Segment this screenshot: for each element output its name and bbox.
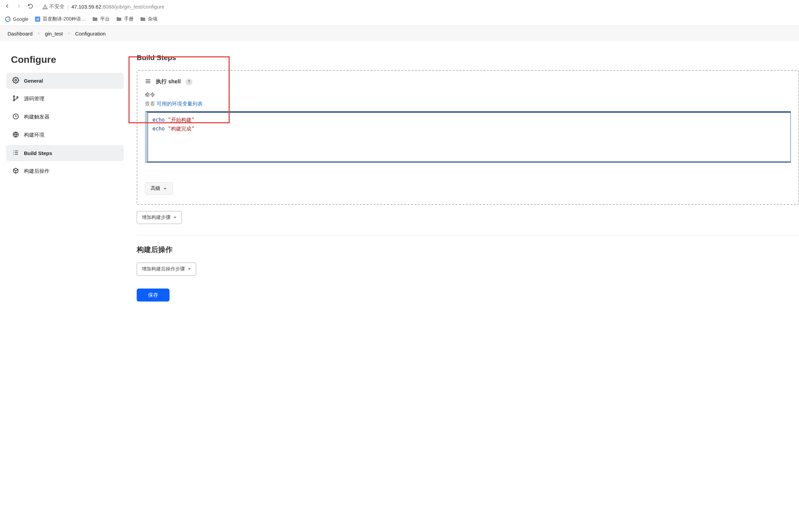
nav-forward-icon: [16, 3, 22, 10]
bookmark-label: 杂项: [148, 16, 158, 22]
page-title: Configure: [11, 54, 119, 65]
globe-icon: [12, 131, 19, 139]
insecure-warning-icon: 不安全: [42, 3, 65, 10]
bookmark-label: Google: [13, 16, 28, 22]
breadcrumb: Dashboard gin_test Configuration: [0, 26, 799, 41]
add-post-build-button[interactable]: 增加构建后操作步骤: [137, 263, 196, 276]
main-content: Build Steps 执行 shell ? 命令 查看 可用的环境变量列表 e…: [130, 41, 799, 315]
svg-point-7: [17, 97, 18, 98]
svg-text:译: 译: [36, 17, 39, 21]
branch-icon: [12, 95, 19, 103]
chevron-right-icon: [37, 31, 41, 37]
caret-down-icon: [188, 267, 191, 271]
bookmark-label: 平台: [100, 16, 110, 22]
bookmark-baidu-translate[interactable]: 译 百度翻译-200种语…: [35, 16, 86, 22]
svg-point-6: [13, 100, 15, 101]
sidebar-item-build-env[interactable]: 构建环境: [6, 127, 124, 143]
sidebar-item-build-steps[interactable]: Build Steps: [6, 145, 124, 161]
steps-icon: [12, 149, 19, 157]
sidebar-item-label: Build Steps: [24, 150, 52, 156]
browser-chrome: 不安全 | 47.103.59.62:8088/job/gin_test/con…: [0, 0, 799, 26]
chevron-down-icon: [163, 186, 167, 191]
url-port: :8088: [101, 4, 114, 10]
bookmark-misc[interactable]: 杂项: [140, 16, 158, 22]
drag-handle-icon[interactable]: [145, 79, 151, 85]
svg-point-0: [45, 8, 45, 8]
bookmark-manual[interactable]: 手册: [116, 16, 134, 22]
shell-step-card: 执行 shell ? 命令 查看 可用的环境变量列表 echo "开始构建" e…: [137, 70, 799, 205]
insecure-label: 不安全: [49, 3, 65, 10]
bookmark-google[interactable]: Google: [5, 16, 28, 22]
browser-toolbar: 不安全 | 47.103.59.62:8088/job/gin_test/con…: [0, 0, 799, 13]
sidebar-item-label: 构建环境: [24, 132, 44, 138]
breadcrumb-job[interactable]: gin_test: [45, 31, 63, 37]
bookmarks-bar: Google 译 百度翻译-200种语… 平台 手册 杂项: [0, 13, 799, 26]
step-title: 执行 shell: [156, 78, 181, 85]
command-label: 命令: [145, 92, 791, 98]
url-separator: |: [67, 4, 69, 10]
bookmark-label: 手册: [124, 16, 134, 22]
command-hint: 查看 可用的环境变量列表: [145, 101, 791, 107]
save-button[interactable]: 保存: [137, 289, 170, 302]
bookmark-platform[interactable]: 平台: [92, 16, 110, 22]
add-build-step-button[interactable]: 增加构建步骤: [137, 211, 182, 224]
section-title-build-steps: Build Steps: [137, 54, 799, 62]
sidebar-item-scm[interactable]: 源码管理: [6, 91, 124, 107]
sidebar-item-label: 源码管理: [24, 96, 44, 102]
sidebar-item-general[interactable]: General: [6, 73, 124, 89]
url-bar[interactable]: 不安全 | 47.103.59.62:8088/job/gin_test/con…: [38, 2, 795, 11]
add-step-label: 增加构建步骤: [142, 214, 171, 221]
clock-icon: [12, 113, 19, 121]
url-host: 47.103.59.62: [71, 4, 101, 10]
sidebar-item-post-build[interactable]: 构建后操作: [6, 163, 124, 179]
shell-command-editor[interactable]: echo "开始构建" echo "构建完成": [145, 111, 791, 163]
sidebar-item-triggers[interactable]: 构建触发器: [6, 109, 124, 125]
help-icon[interactable]: ?: [186, 79, 192, 85]
section-title-post-build: 构建后操作: [137, 245, 799, 254]
svg-point-5: [13, 96, 15, 97]
sidebar-item-label: 构建后操作: [24, 168, 50, 174]
sidebar-item-label: 构建触发器: [24, 114, 50, 120]
package-icon: [12, 167, 19, 175]
svg-point-4: [15, 80, 17, 81]
env-vars-link[interactable]: 可用的环境变量列表: [157, 101, 203, 107]
advanced-label: 高级: [151, 185, 160, 192]
nav-back-icon[interactable]: [4, 3, 10, 10]
breadcrumb-page[interactable]: Configuration: [75, 31, 106, 37]
add-post-label: 增加构建后操作步骤: [142, 266, 185, 272]
gear-icon: [12, 77, 19, 85]
sidebar-item-label: General: [24, 78, 43, 84]
divider: [137, 235, 799, 235]
url-path: /job/gin_test/configure: [114, 4, 164, 10]
configure-sidebar: Configure General 源码管理 构建触发器 构建环境 Build …: [0, 41, 130, 315]
breadcrumb-dashboard[interactable]: Dashboard: [8, 31, 32, 37]
nav-reload-icon[interactable]: [27, 3, 33, 10]
caret-down-icon: [173, 216, 177, 219]
bookmark-label: 百度翻译-200种语…: [43, 16, 86, 22]
advanced-button[interactable]: 高级: [145, 182, 173, 195]
chevron-right-icon: [67, 31, 71, 37]
